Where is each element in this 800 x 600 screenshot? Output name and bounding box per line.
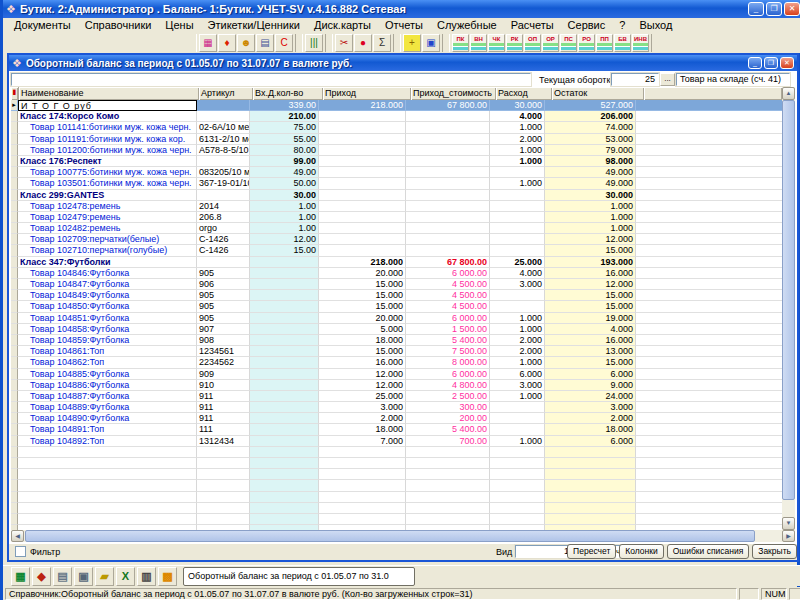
menu-item-Справочники[interactable]: Справочники [78,19,159,31]
doc-button-ОП[interactable]: ОП [524,34,541,52]
vertical-scrollbar-thumb[interactable] [782,100,795,500]
drop-icon[interactable]: ● [354,34,372,52]
filter-checkbox[interactable] [15,546,26,557]
grid-row[interactable]: Товар 104887:Футболка91125.0002 500.001.… [11,391,782,402]
turnover-number-field[interactable]: 25 [611,73,659,86]
grid-row[interactable]: Товар 104889:Футболка9113.000300.003.000 [11,402,782,413]
search-input[interactable] [11,73,531,86]
grid-row[interactable]: Товар 104859:Футболка90818.0005 400.002.… [11,335,782,346]
button-Пересчет[interactable]: Пересчет [567,544,616,559]
doc-button-ПП[interactable]: ПП [596,34,613,52]
scroll-left-icon[interactable]: ◀ [11,530,24,542]
grid-row[interactable]: Товар 104847:Футболка90615.0004 500.003.… [11,279,782,290]
grid-row[interactable]: Товар 104891:Топ11118.0005 400.0018.000 [11,424,782,435]
grid-row[interactable]: Товар 101200:ботинки муж. кожа черн.А578… [11,145,782,156]
scroll-up-icon[interactable]: ▲ [782,87,795,100]
child-close-button[interactable]: ✕ [780,57,794,69]
layout-icon[interactable]: ▩ [158,567,177,586]
child-minimize-button[interactable]: _ [748,57,762,69]
flame-icon[interactable]: ♦ [218,34,236,52]
grid-row[interactable]: Класс 176:Респект99.001.00098.000 [11,156,782,167]
restore-button[interactable]: ❐ [766,2,782,16]
grid-row[interactable]: Товар 104886:Футболка91012.0004 800.003.… [11,380,782,391]
cut-icon[interactable]: ✂ [335,34,353,52]
menu-item-Расчеты[interactable]: Расчеты [504,19,561,31]
grid-row[interactable]: Товар 104862:Топ223456216.0008 000.001.0… [11,357,782,368]
note-icon[interactable]: ▤ [256,34,274,52]
column-header-Вх.Д.кол-во[interactable]: Вх.Д.кол-во [253,87,323,100]
grid-row[interactable]: Товар 104858:Футболка9075.0001 500.001.0… [11,324,782,335]
cart-icon[interactable]: ▥ [137,567,156,586]
grid-row[interactable]: ▸И Т О Г О руб339.00218.00067 800.0030.0… [11,100,782,111]
grid-row[interactable]: Товар 104846:Футболка90520.0006 000.004.… [11,268,782,279]
button-Ошибки списания[interactable]: Ошибки списания [667,544,750,559]
grid-row[interactable]: Товар 100775:ботинки муж. кожа черн.0832… [11,167,782,178]
menu-item-Сервис[interactable]: Сервис [561,19,613,31]
menu-item-Отчеты[interactable]: Отчеты [378,19,430,31]
currency-icon[interactable]: C [275,34,293,52]
grid-row[interactable]: Класс 174:Корсо Комо210.004.000206.000 [11,111,782,122]
menu-item-Этикетки/Ценники[interactable]: Этикетки/Ценники [201,19,307,31]
calculator-icon[interactable]: ▦ [11,567,30,586]
doc-button-РО[interactable]: РО [578,34,595,52]
monitor-icon[interactable]: ▣ [422,34,440,52]
doc-button-РК[interactable]: РК [506,34,523,52]
computer-icon[interactable]: ▣ [74,567,93,586]
grid-row[interactable]: Товар 104885:Футболка90912.0006 000.006.… [11,369,782,380]
menu-item-Документы[interactable]: Документы [7,19,78,31]
sigma-icon[interactable]: Σ [373,34,391,52]
task-button[interactable]: Оборотный баланс за период с 01.05.07 по… [183,567,415,586]
doc-button-ОР[interactable]: ОР [542,34,559,52]
column-header-Остаток[interactable]: Остаток [552,87,644,100]
close-button[interactable]: ✕ [784,2,800,16]
column-header-Приход[interactable]: Приход [323,87,411,100]
menu-item-?[interactable]: ? [612,19,632,31]
grid-row[interactable]: Класс 347:Футболки218.00067 800.0025.000… [11,257,782,268]
print-icon[interactable]: ▤ [53,567,72,586]
turnover-browse-button[interactable]: ... [660,73,675,86]
menu-item-Выход[interactable]: Выход [632,19,679,31]
grid-row[interactable]: Товар 104851:Футболка90520.0006 000.001.… [11,313,782,324]
close-window-button[interactable]: Закрыть [752,544,797,559]
grid-row[interactable]: Товар 102479:ремень206.81.001.000 [11,212,782,223]
grid-row[interactable]: Класс 299:GANTES30.0030.000 [11,190,782,201]
column-header-Расход[interactable]: Расход [496,87,552,100]
export-icon[interactable]: ▰ [95,567,114,586]
menu-item-Служебные[interactable]: Служебные [430,19,504,31]
grid-row[interactable]: Товар 104861:Топ123456115.0007 500.002.0… [11,346,782,357]
grid-row[interactable]: Товар 104849:Футболка90515.0004 500.0015… [11,290,782,301]
plus-icon[interactable]: + [403,34,421,52]
column-header-Наименование[interactable]: Наименование [19,87,199,100]
child-restore-button[interactable]: ❐ [764,57,778,69]
excel-icon[interactable]: X [116,567,135,586]
warehouse-account-field[interactable]: Товар на складе (сч. 41) [676,73,790,86]
menu-item-Диск.карты[interactable]: Диск.карты [307,19,378,31]
menu-item-Цены[interactable]: Цены [158,19,200,31]
column-header-Приход_стоимость[interactable]: Приход_стоимость [411,87,496,100]
scroll-right-icon[interactable]: ▶ [782,530,795,542]
grid-row[interactable]: Товар 104892:Топ13124347.000700.001.0006… [11,436,782,447]
doc-button-ПК[interactable]: ПК [452,34,469,52]
grid-row[interactable]: Товар 101191:ботинки муж. кожа кор.6131-… [11,134,782,145]
button-Колонки[interactable]: Колонки [619,544,663,559]
person-icon[interactable]: ☻ [237,34,255,52]
grid-row[interactable]: Товар 102482:ременьorgo1.001.000 [11,223,782,234]
book-icon[interactable]: ◆ [32,567,51,586]
grid-row[interactable]: Товар 101141:ботинки муж. кожа черн.02-6… [11,122,782,133]
minimize-button[interactable]: _ [748,2,764,16]
palette-icon[interactable]: ▦ [199,34,217,52]
scroll-down-icon[interactable]: ▼ [782,517,795,530]
grid-row[interactable]: Товар 103501:ботинки муж. кожа черн.367-… [11,178,782,189]
doc-button-ИНВ[interactable]: ИНВ [632,34,649,52]
grid-row[interactable]: Товар 102709:перчатки(белые)С-142612.001… [11,234,782,245]
doc-button-ЧК[interactable]: ЧК [488,34,505,52]
grid-row[interactable]: Товар 102710:перчатки(голубые)С-142615.0… [11,245,782,256]
horizontal-scrollbar-thumb[interactable] [25,530,755,542]
grid-row[interactable]: Товар 104850:Футболка90515.0004 500.0015… [11,301,782,312]
doc-button-БВ[interactable]: БВ [614,34,631,52]
grid-row[interactable]: Товар 104890:Футболка9112.000200.002.000 [11,413,782,424]
grid-row[interactable]: Товар 102478:ремень20141.001.000 [11,201,782,212]
doc-button-ВН[interactable]: ВН [470,34,487,52]
barcode-icon[interactable]: ||| [305,34,323,52]
doc-button-ПС[interactable]: ПС [560,34,577,52]
